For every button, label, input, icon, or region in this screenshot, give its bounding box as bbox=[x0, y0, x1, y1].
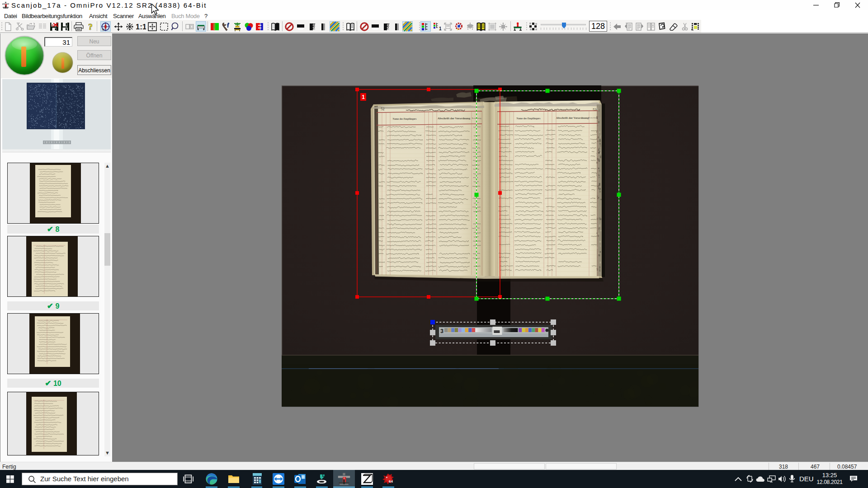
svg-text:e: e bbox=[52, 23, 53, 27]
svg-text:Name des Empfängers: Name des Empfängers bbox=[517, 117, 541, 120]
svg-text:52: 52 bbox=[381, 107, 385, 111]
svg-text:1: 1 bbox=[362, 94, 365, 100]
svg-text:Abschrift der Verordnung: Abschrift der Verordnung bbox=[556, 116, 589, 119]
svg-text:Bemerkung: Bemerkung bbox=[589, 117, 599, 119]
svg-text:64: 64 bbox=[389, 479, 393, 483]
svg-text:53: 53 bbox=[593, 108, 597, 112]
svg-text:Abschrift der Verordnung: Abschrift der Verordnung bbox=[438, 117, 471, 120]
svg-text:3: 3 bbox=[440, 328, 443, 334]
svg-text:Name des Empfängers: Name des Empfängers bbox=[393, 117, 417, 120]
